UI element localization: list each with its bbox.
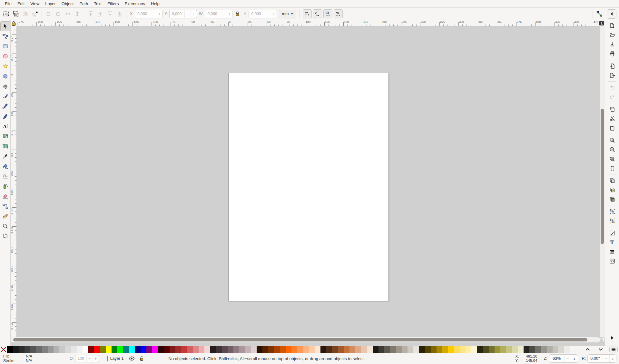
layer-visibility-toggle[interactable]: [129, 356, 135, 361]
canvas[interactable]: [17, 26, 600, 337]
xml-editor-button[interactable]: [607, 256, 618, 266]
palette-swatch[interactable]: [181, 346, 187, 353]
tool-box-3d[interactable]: [0, 71, 10, 81]
palette-swatch[interactable]: [141, 346, 146, 353]
palette-swatch[interactable]: [309, 346, 315, 353]
palette-swatch[interactable]: [489, 346, 495, 353]
tool-dropper[interactable]: [0, 151, 10, 161]
palette-swatch[interactable]: [135, 346, 141, 353]
unlink-clone-button[interactable]: [607, 194, 618, 204]
palette-swatch[interactable]: [36, 346, 42, 353]
palette-swatch[interactable]: [152, 346, 158, 353]
tool-spiral[interactable]: [0, 81, 10, 91]
palette-swatch[interactable]: [315, 346, 320, 353]
palette-swatch[interactable]: [471, 346, 477, 353]
fill-stroke-dialog-button[interactable]: [607, 228, 618, 238]
palette-swatch[interactable]: [193, 346, 199, 353]
tool-bezier-pen[interactable]: [0, 101, 10, 111]
redo-button[interactable]: [607, 92, 618, 102]
menu-text[interactable]: Text: [91, 0, 104, 7]
deselect-button[interactable]: [21, 9, 30, 19]
unit-dropdown[interactable]: mm ▼: [279, 10, 296, 18]
opacity-field[interactable]: 100 −+: [75, 355, 99, 362]
tool-tweak[interactable]: [0, 171, 10, 181]
menu-help[interactable]: Help: [148, 0, 162, 7]
import-button[interactable]: [607, 61, 618, 71]
selection-touch-button[interactable]: [30, 9, 40, 19]
palette-swatch[interactable]: [396, 346, 402, 353]
snap-bar-collapse-button[interactable]: [607, 9, 616, 19]
print-button[interactable]: [607, 49, 618, 58]
palette-swatch[interactable]: [378, 346, 384, 353]
raise-to-top-button[interactable]: [86, 9, 95, 19]
duplicate-button[interactable]: [607, 176, 618, 185]
palette-swatch[interactable]: [42, 346, 48, 353]
export-button[interactable]: [607, 71, 618, 80]
rotate-ccw-button[interactable]: [44, 9, 53, 19]
zoom-selection-button[interactable]: [607, 135, 618, 145]
palette-swatch[interactable]: [257, 346, 262, 353]
palette-swatch[interactable]: [297, 346, 303, 353]
tool-gradient[interactable]: [0, 131, 10, 141]
opacity-increment-button[interactable]: +: [93, 355, 99, 362]
palette-swatch[interactable]: [419, 346, 425, 353]
guide-lock-button[interactable]: [11, 20, 17, 26]
palette-swatch[interactable]: [506, 346, 512, 353]
palette-swatch[interactable]: [233, 346, 239, 353]
menu-extensions[interactable]: Extensions: [122, 0, 148, 7]
w-decrement-button[interactable]: −: [220, 10, 226, 18]
palette-swatch[interactable]: [408, 346, 413, 353]
palette-swatch[interactable]: [384, 346, 390, 353]
layers-dialog-button[interactable]: [607, 247, 618, 256]
palette-swatch[interactable]: [332, 346, 338, 353]
palette-swatch[interactable]: [291, 346, 297, 353]
menu-view[interactable]: View: [27, 0, 42, 7]
palette-swatch[interactable]: [361, 346, 367, 353]
palette-swatch[interactable]: [83, 346, 88, 353]
palette-swatch[interactable]: [228, 346, 233, 353]
group-button[interactable]: [607, 207, 618, 216]
palette-swatch[interactable]: [222, 346, 228, 353]
y-increment-button[interactable]: +: [191, 10, 197, 18]
palette-swatch[interactable]: [564, 346, 570, 353]
lower-button[interactable]: [105, 9, 115, 19]
h-field[interactable]: 0,000 −+: [249, 10, 276, 18]
raise-button[interactable]: [95, 9, 105, 19]
palette-swatch[interactable]: [204, 346, 210, 353]
palette-swatch[interactable]: [65, 346, 71, 353]
select-all-layers-button[interactable]: [11, 9, 21, 19]
palette-scroll-down-button[interactable]: [596, 347, 605, 352]
vertical-scrollbar-thumb[interactable]: [601, 109, 604, 244]
menu-file[interactable]: File: [2, 0, 15, 7]
palette-swatch[interactable]: [495, 346, 500, 353]
palette-swatch[interactable]: [349, 346, 355, 353]
clone-button[interactable]: [607, 185, 618, 194]
palette-swatch[interactable]: [170, 346, 175, 353]
palette-swatch[interactable]: [13, 346, 19, 353]
palette-swatch[interactable]: [460, 346, 466, 353]
horizontal-ruler[interactable]: -275-250-225-200-175-150-125-100-75-50-2…: [17, 20, 600, 26]
palette-swatch[interactable]: [558, 346, 564, 353]
paste-button[interactable]: [607, 123, 618, 133]
tool-mesh-gradient[interactable]: [0, 141, 10, 151]
palette-swatch[interactable]: [106, 346, 112, 353]
palette-swatch[interactable]: [535, 346, 541, 353]
palette-swatch[interactable]: [483, 346, 489, 353]
flip-horizontal-button[interactable]: [63, 9, 73, 19]
rotation-decrement-button[interactable]: −: [603, 355, 609, 362]
palette-swatch[interactable]: [326, 346, 332, 353]
text-dialog-button[interactable]: T: [607, 238, 618, 247]
palette-swatch[interactable]: [112, 346, 117, 353]
menu-path[interactable]: Path: [76, 0, 91, 7]
palette-swatch[interactable]: [402, 346, 408, 353]
tool-connector[interactable]: [0, 201, 10, 211]
x-decrement-button[interactable]: −: [150, 10, 156, 18]
tool-zoom[interactable]: [0, 221, 10, 231]
rotation-field[interactable]: 0,00° −+: [587, 354, 616, 363]
horizontal-scrollbar[interactable]: [11, 337, 598, 342]
y-field[interactable]: 0,000 −+: [169, 10, 197, 18]
zoom-field[interactable]: 63% −+: [549, 354, 578, 363]
palette-swatch[interactable]: [199, 346, 204, 353]
open-document-button[interactable]: [607, 30, 618, 40]
palette-swatch[interactable]: [88, 346, 94, 353]
